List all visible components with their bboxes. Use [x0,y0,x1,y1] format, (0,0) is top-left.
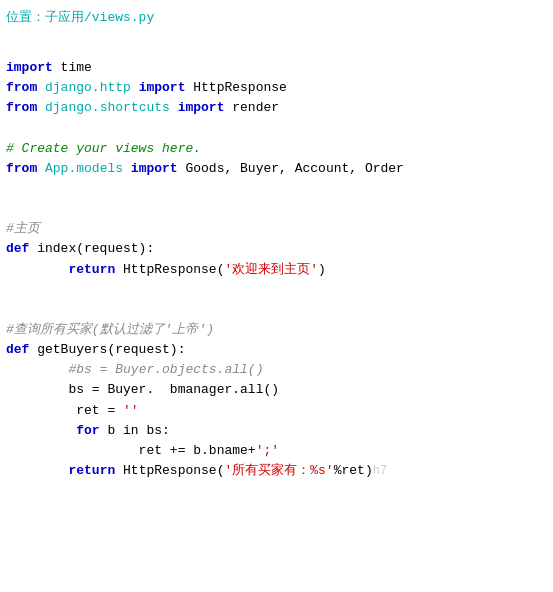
line-from-django-http: from django.http import HttpResponse [6,78,547,98]
line-ret-append: ret += b.bname+';' [6,441,547,461]
line-def-index: def index(request): [6,239,547,259]
line-blank-5 [6,280,547,300]
line-blank-2 [6,119,547,139]
kw-def-2: def [6,342,29,357]
string-semicolon: ';' [256,443,279,458]
indent-2 [6,362,68,377]
kw-import-3: import [131,161,178,176]
text-for-bs: b in bs: [100,423,170,438]
line-return-httpresponse-2: return HttpResponse('所有买家有：%s'%ret)h7 [6,461,547,481]
string-all-buyers: '所有买家有：%s' [224,463,333,478]
comment-getbuyers: #查询所有买家(默认过滤了'上帝') [6,322,214,337]
line-comment-mainpage: #主页 [6,219,547,239]
code-container: 位置：子应用/views.py import time from django.… [0,0,553,592]
line-comment-bs: #bs = Buyer.objects.all() [6,360,547,380]
kw-return-2: return [68,463,115,478]
comment-bs-all: #bs = Buyer.objects.all() [68,362,263,377]
line-for-b-in-bs: for b in bs: [6,421,547,441]
line-blank-1 [6,38,547,58]
classes-models: Goods, Buyer, Account, Order [178,161,404,176]
text-httpresponse-1: HttpResponse( [115,262,224,277]
code-block: import time from django.http import Http… [6,38,547,481]
kw-from-3: from [6,161,37,176]
line-bs-bmanager: bs = Buyer. bmanager.all() [6,380,547,400]
module-app-models: App.models [37,161,131,176]
kw-return-1: return [68,262,115,277]
watermark-text: h7 [373,464,387,478]
line-blank-4 [6,199,547,219]
class-httpresponse: HttpResponse [185,80,286,95]
line-return-httpresponse-1: return HttpResponse('欢迎来到主页') [6,260,547,280]
indent-1 [6,262,68,277]
kw-for: for [76,423,99,438]
func-render: render [224,100,279,115]
kw-def-1: def [6,241,29,256]
location-bar: 位置：子应用/views.py [6,8,547,26]
indent-5 [6,423,76,438]
location-text: 位置：子应用/views.py [6,10,154,25]
line-blank-3 [6,179,547,199]
indent-4: ret = [6,403,123,418]
comment-mainpage: #主页 [6,221,40,236]
indent-3: bs = Buyer. bmanager.all() [6,382,279,397]
func-index: index(request): [29,241,154,256]
text-httpresponse-2: HttpResponse( [115,463,224,478]
string-empty: '' [123,403,139,418]
line-import-time: import time [6,58,547,78]
line-blank-6 [6,300,547,320]
kw-from-2: from [6,100,37,115]
module-django-http: django.http [37,80,138,95]
kw-from-1: from [6,80,37,95]
paren-close-1: ) [318,262,326,277]
line-def-getbuyers: def getBuyers(request): [6,340,547,360]
line-from-app-models: from App.models import Goods, Buyer, Acc… [6,159,547,179]
line-comment-getbuyers: #查询所有买家(默认过滤了'上帝') [6,320,547,340]
kw-import: import [6,60,53,75]
text-percent-ret: %ret) [334,463,373,478]
kw-import-1: import [139,80,186,95]
line-comment-create: # Create your views here. [6,139,547,159]
line-ret-empty: ret = '' [6,401,547,421]
text-time: time [53,60,92,75]
line-from-django-shortcuts: from django.shortcuts import render [6,98,547,118]
indent-7 [6,463,68,478]
indent-6: ret += b.bname+ [6,443,256,458]
string-welcome: '欢迎来到主页' [224,262,318,277]
module-django-shortcuts: django.shortcuts [37,100,177,115]
comment-create-views: # Create your views here. [6,141,201,156]
func-getbuyers: getBuyers(request): [29,342,185,357]
kw-import-2: import [178,100,225,115]
